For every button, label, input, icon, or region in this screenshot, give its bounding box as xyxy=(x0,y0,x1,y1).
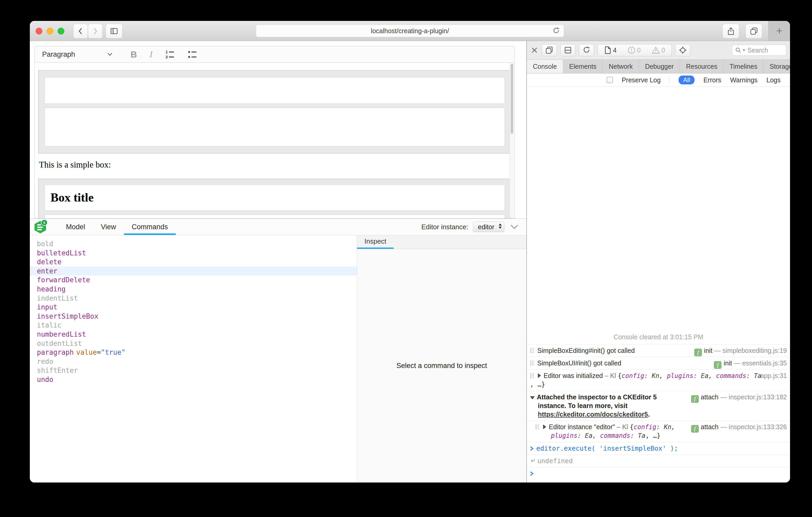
disclosure-triangle-icon[interactable] xyxy=(530,396,535,399)
search-icon xyxy=(735,47,742,54)
sidebar-toggle-button[interactable] xyxy=(106,24,122,38)
command-item[interactable]: paragraphvalue="true" xyxy=(30,348,357,357)
command-item[interactable]: bulletedList xyxy=(30,249,357,258)
select-stepper-icon xyxy=(499,223,502,229)
console-result-text: undefined xyxy=(537,457,573,465)
command-item[interactable]: italic xyxy=(30,321,357,330)
document-icon xyxy=(604,46,611,54)
back-button[interactable] xyxy=(73,24,88,38)
chevron-down-icon[interactable] xyxy=(107,51,113,58)
chevron-left-icon xyxy=(77,27,85,35)
tab-timelines[interactable]: Timelines xyxy=(724,60,763,73)
tab-overview-button[interactable] xyxy=(746,24,762,38)
source-location-link[interactable]: app.js:31 xyxy=(760,372,787,379)
console-log-row-expandable[interactable]: Editor was initialized – Kl {config: Kn,… xyxy=(527,369,790,391)
command-item-selected[interactable]: enter xyxy=(30,267,357,276)
ckeditor-docs-link[interactable]: https://ckeditor.com/docs/ckeditor5 xyxy=(538,410,648,418)
tab-resources[interactable]: Resources xyxy=(680,60,724,73)
command-item[interactable]: undo xyxy=(30,375,357,384)
command-item[interactable]: indentList xyxy=(30,294,357,303)
svg-text:2: 2 xyxy=(166,55,168,59)
source-location-link[interactable]: simpleboxediting.js:19 xyxy=(723,347,787,354)
tab-console[interactable]: Console xyxy=(527,60,563,73)
browser-titlebar: localhost/creating-a-plugin/ xyxy=(30,21,790,41)
tab-inspect[interactable]: Inspect xyxy=(357,235,394,249)
detach-window-icon xyxy=(545,46,554,54)
command-item[interactable]: insertSimpleBox xyxy=(30,312,357,321)
tab-network[interactable]: Network xyxy=(603,60,639,73)
command-item[interactable]: heading xyxy=(30,285,357,294)
filter-warnings[interactable]: Warnings xyxy=(730,76,758,84)
minimize-window-button[interactable] xyxy=(47,28,53,34)
detach-devtools-button[interactable] xyxy=(542,44,557,56)
dock-devtools-button[interactable] xyxy=(560,44,576,56)
close-window-button[interactable] xyxy=(36,28,42,34)
new-tab-button[interactable] xyxy=(768,21,790,41)
search-input[interactable]: Search xyxy=(732,45,786,56)
console-log-row-expanded[interactable]: Attached the inspector to a CKEditor 5 i… xyxy=(527,391,790,421)
tab-elements[interactable]: Elements xyxy=(563,60,603,73)
tab-commands[interactable]: Commands xyxy=(124,219,176,235)
source-location-link[interactable]: inspector.js:133:326 xyxy=(729,423,787,430)
close-devtools-button[interactable] xyxy=(530,46,539,54)
paragraph-dropdown[interactable]: Paragraph xyxy=(42,51,75,59)
log-icon xyxy=(529,360,535,366)
console-log-row-expandable[interactable]: Editor instance "editor" – Kl {config: K… xyxy=(527,421,790,442)
prompt-chevron-icon xyxy=(529,470,534,477)
collapse-inspector-button[interactable] xyxy=(509,223,520,231)
console-input-echo-row: editor.execute( 'insertSimpleBox' ); xyxy=(527,442,790,455)
simple-box-widget[interactable]: Box title xyxy=(38,179,511,218)
bulleted-list-button[interactable] xyxy=(187,49,198,60)
tab-debugger[interactable]: Debugger xyxy=(639,60,680,73)
editor-instance-select[interactable]: editor xyxy=(473,222,504,232)
element-selection-button[interactable] xyxy=(675,44,690,56)
numbered-list-button[interactable]: 12 xyxy=(165,49,175,60)
command-item[interactable]: redo xyxy=(30,357,357,366)
simple-box-description-field[interactable] xyxy=(45,108,505,146)
zoom-window-button[interactable] xyxy=(58,28,64,34)
share-icon xyxy=(726,27,735,35)
box-title-text: Box title xyxy=(45,185,504,210)
command-item[interactable]: outdentList xyxy=(30,339,357,348)
italic-button[interactable]: I xyxy=(150,50,152,59)
source-location-link[interactable]: inspector.js:133:182 xyxy=(729,393,787,401)
console-log-row: SimpleBoxEditing#init() got called finit… xyxy=(527,344,790,357)
commands-list: bold bulletedList delete enter forwardDe… xyxy=(30,235,357,483)
command-item[interactable]: forwardDelete xyxy=(30,275,357,285)
reload-icon[interactable] xyxy=(552,27,560,35)
editor-editable-area[interactable]: This is a simple box: Box title xyxy=(34,63,515,218)
bold-button[interactable]: B xyxy=(130,50,137,60)
command-item[interactable]: numberedList xyxy=(30,330,357,339)
filter-errors[interactable]: Errors xyxy=(703,76,721,84)
filter-logs[interactable]: Logs xyxy=(766,76,781,84)
prompt-chevron-icon xyxy=(529,446,534,452)
command-item[interactable]: shiftEnter xyxy=(30,366,357,375)
share-button[interactable] xyxy=(723,24,739,38)
command-item[interactable]: delete xyxy=(30,257,357,267)
editor-scrollbar[interactable] xyxy=(510,63,514,218)
reload-page-button[interactable] xyxy=(579,44,594,56)
tab-storage[interactable]: Storage xyxy=(763,60,790,73)
source-location-link[interactable]: essentials.js:35 xyxy=(742,359,787,367)
simple-box-title-field[interactable]: Box title xyxy=(45,185,505,211)
simple-box-description-field[interactable] xyxy=(45,215,505,218)
tab-model[interactable]: Model xyxy=(58,219,93,235)
svg-text:1: 1 xyxy=(166,50,168,54)
tab-view[interactable]: View xyxy=(93,219,124,235)
simple-box-widget-selected[interactable] xyxy=(38,70,511,153)
issues-summary[interactable]: 4 0 0 xyxy=(598,44,672,56)
console-prompt[interactable] xyxy=(527,467,790,483)
command-item[interactable]: input xyxy=(30,303,357,312)
scrollbar-thumb[interactable] xyxy=(511,64,513,134)
forward-button[interactable] xyxy=(88,24,103,38)
filter-all[interactable]: All xyxy=(678,75,695,84)
disclosure-triangle-icon[interactable] xyxy=(543,424,546,429)
preserve-log-checkbox[interactable] xyxy=(607,77,613,83)
command-item[interactable]: bold xyxy=(30,239,357,249)
devtools-toolbar: 4 0 0 xyxy=(527,41,790,60)
error-icon xyxy=(628,46,635,54)
address-bar[interactable]: localhost/creating-a-plugin/ xyxy=(256,25,564,37)
simple-box-title-field[interactable] xyxy=(45,77,505,104)
disclosure-triangle-icon[interactable] xyxy=(538,373,541,378)
console-cleared-message: Console cleared at 3:01:15 PM xyxy=(527,331,790,344)
